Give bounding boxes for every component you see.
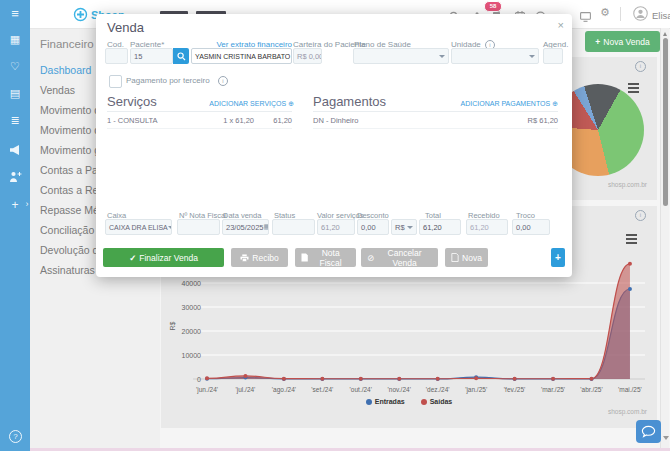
new-sale-button[interactable]: + Nova Venda	[585, 31, 660, 52]
svg-text:40000: 40000	[182, 280, 202, 287]
total-input[interactable]: 61,20	[419, 219, 461, 235]
chevron-down-icon	[439, 55, 445, 58]
widget-handle-icon[interactable]	[663, 436, 669, 440]
caixa-select[interactable]: CAIXA DRA ELISA	[105, 219, 172, 235]
nota-input[interactable]	[177, 219, 220, 235]
legend-dot-icon	[366, 399, 372, 405]
add-circle-icon: ⊕	[288, 100, 294, 107]
svg-text:20000: 20000	[182, 328, 202, 335]
add-button[interactable]: +	[551, 248, 565, 267]
moeda-select[interactable]: R$	[391, 219, 417, 235]
agend-input[interactable]	[543, 48, 563, 64]
shosp-logo-icon[interactable]	[73, 7, 88, 26]
svg-text:'mar./25': 'mar./25'	[541, 386, 565, 393]
close-icon[interactable]: ×	[558, 19, 564, 31]
svg-text:'set./24': 'set./24'	[311, 386, 333, 393]
plano-select[interactable]	[353, 48, 449, 64]
svg-text:30000: 30000	[182, 304, 202, 311]
nota-fiscal-button[interactable]: Nota Fiscal	[295, 248, 356, 267]
add-pagamentos-link[interactable]: ADICIONAR PAGAMENTOS ⊕	[436, 100, 558, 108]
patient-search-button[interactable]	[173, 48, 189, 64]
svg-text:'jan./25': 'jan./25'	[465, 386, 487, 394]
svg-text:'out./24': 'out./24'	[350, 386, 372, 393]
user-add-icon[interactable]	[0, 168, 30, 186]
svg-text:'jun./24': 'jun./24'	[196, 386, 218, 394]
vertical-scrollbar[interactable]	[660, 28, 669, 448]
svg-text:'mai./25': 'mai./25'	[618, 386, 642, 393]
status-input[interactable]	[272, 219, 315, 235]
recibo-button[interactable]: Recibo	[231, 248, 288, 267]
terceiro-label: Pagamento por terceiro	[126, 76, 210, 85]
servicos-title: Serviços	[107, 94, 157, 109]
nota-fiscal-label: Nota Fiscal	[311, 248, 350, 268]
scrollbar-thumb[interactable]	[663, 38, 668, 206]
add-circle-icon: ⊕	[552, 100, 558, 107]
search-icon	[177, 52, 186, 61]
data-venda-input[interactable]: 23/05/2025▦	[222, 219, 269, 235]
chevron-down-icon	[168, 226, 172, 229]
plus-icon: +	[595, 37, 600, 47]
chart-watermark: shosp.com.br	[608, 181, 647, 188]
service-desc: 1 - CONSULTA	[107, 116, 158, 125]
add-servicos-link[interactable]: ADICIONAR SERVIÇOS ⊕	[206, 100, 294, 108]
cash-icon[interactable]: ▤	[0, 87, 30, 100]
finalizar-venda-button[interactable]: ✓ Finalizar Venda	[103, 248, 224, 267]
chart-menu-icon[interactable]	[628, 83, 639, 95]
service-row[interactable]: 1 - CONSULTA 1 x 61,20 61,20	[107, 113, 292, 129]
menu-icon[interactable]: ≡	[0, 6, 30, 21]
nova-button[interactable]: Nova	[445, 248, 488, 267]
carteira-input[interactable]: R$ 0,00	[293, 48, 322, 64]
svg-text:'jul./24': 'jul./24'	[236, 386, 256, 394]
finalizar-label: Finalizar Venda	[139, 253, 198, 263]
ledger-icon[interactable]: ≣	[0, 114, 30, 127]
svg-text:'ago./24': 'ago./24'	[272, 386, 296, 394]
user-name[interactable]: Elisa	[652, 10, 670, 21]
svg-text:R$: R$	[169, 321, 176, 330]
recibo-label: Recibo	[252, 253, 278, 263]
scroll-up-arrow-icon[interactable]	[663, 32, 667, 36]
svg-text:10000: 10000	[182, 352, 202, 359]
calendar-icon[interactable]: ▦	[0, 33, 30, 46]
info-icon[interactable]: i	[635, 61, 646, 72]
caixa-value: CAIXA DRA ELISA	[109, 224, 168, 231]
sale-modal: Venda × Cod. Paciente* Ver extrato finan…	[96, 14, 572, 277]
paciente-input[interactable]: 15	[130, 48, 173, 64]
check-icon: ✓	[129, 253, 136, 263]
legend-item-entradas[interactable]: Entradas	[366, 398, 405, 405]
megaphone-icon[interactable]	[0, 141, 30, 159]
terceiro-checkbox[interactable]	[109, 75, 122, 88]
gear-icon[interactable]: ⚙	[600, 6, 610, 19]
calendar-icon: ▦	[264, 223, 269, 231]
printer-icon	[240, 254, 249, 262]
left-icon-rail: ≡ ▦ ♡ ▤ ≣ + › ?	[0, 0, 30, 451]
pagamentos-title: Pagamentos	[313, 94, 386, 109]
cod-input[interactable]	[105, 48, 128, 64]
document-icon	[301, 253, 308, 262]
troco-input[interactable]: 0,00	[512, 219, 550, 235]
unidade-select[interactable]	[451, 48, 539, 64]
notification-badge[interactable]: 58	[484, 1, 502, 12]
svg-text:'abr./25': 'abr./25'	[580, 386, 602, 393]
chevron-down-icon	[529, 55, 535, 58]
user-avatar[interactable]	[633, 6, 648, 25]
chart-watermark: shosp.com.br	[608, 408, 647, 415]
chat-bubble-icon	[641, 425, 656, 438]
app-window: ≡ ▦ ♡ ▤ ≣ + › ? Shosp 58	[0, 0, 670, 451]
help-icon[interactable]: ?	[9, 430, 22, 443]
heart-icon[interactable]: ♡	[0, 60, 30, 73]
chart-legend: EntradasSaídas	[161, 398, 657, 405]
nav-divider	[620, 7, 621, 21]
svg-text:'nov./24': 'nov./24'	[388, 386, 411, 393]
valor-servicos-input[interactable]: 61,20	[317, 219, 355, 235]
legend-item-sa-das[interactable]: Saídas	[421, 398, 453, 405]
chat-button[interactable]	[636, 420, 661, 443]
recebido-input[interactable]: 61,20	[466, 219, 508, 235]
cancelar-venda-button[interactable]: ⊘ Cancelar Venda	[361, 248, 438, 267]
chevron-down-icon	[407, 226, 413, 229]
payment-row[interactable]: DN - Dinheiro R$ 61,20	[313, 113, 558, 129]
patient-name-input[interactable]: YASMIN CRISTINA BARBATO FARI	[191, 48, 292, 64]
monitor-icon[interactable]	[580, 8, 591, 26]
desconto-input[interactable]: 0,00	[357, 219, 389, 235]
legend-dot-icon	[421, 399, 427, 405]
expand-chevron-icon[interactable]: ›	[12, 199, 42, 209]
